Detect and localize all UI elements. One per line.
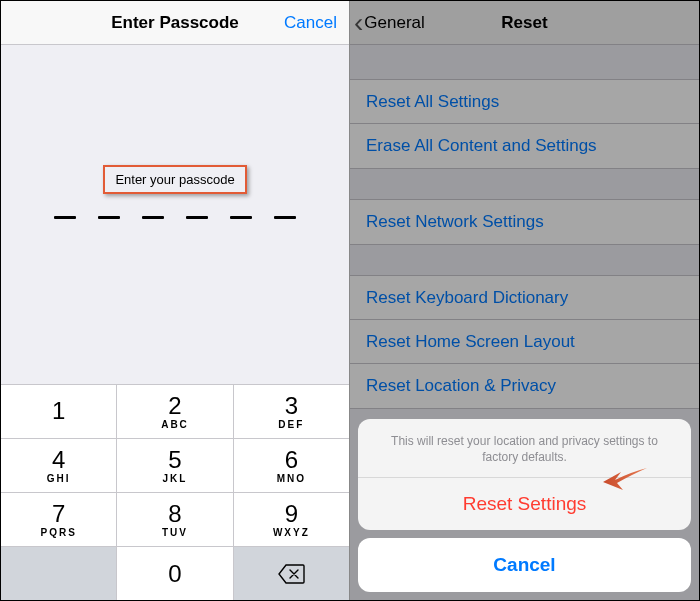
key-2[interactable]: 2ABC [117, 385, 233, 439]
number-keypad: 1 2ABC 3DEF 4GHI 5JKL 6MNO 7PQRS 8TUV 9W… [1, 384, 349, 600]
passcode-area: Enter your passcode [1, 45, 349, 433]
passcode-dash [142, 216, 164, 219]
key-1[interactable]: 1 [1, 385, 117, 439]
passcode-dash [274, 216, 296, 219]
key-0[interactable]: 0 [117, 547, 233, 601]
annotation-arrow-icon [601, 462, 649, 494]
nav-bar: Enter Passcode Cancel [1, 1, 349, 45]
key-backspace[interactable] [234, 547, 349, 601]
key-blank [1, 547, 117, 601]
key-8[interactable]: 8TUV [117, 493, 233, 547]
passcode-screen: Enter Passcode Cancel Enter your passcod… [1, 1, 350, 600]
passcode-dots [54, 216, 296, 219]
passcode-dash [186, 216, 208, 219]
action-sheet-cancel-button[interactable]: Cancel [358, 538, 691, 592]
key-3[interactable]: 3DEF [234, 385, 349, 439]
passcode-dash [98, 216, 120, 219]
passcode-dash [54, 216, 76, 219]
passcode-dash [230, 216, 252, 219]
cancel-button[interactable]: Cancel [284, 13, 337, 33]
backspace-icon [277, 563, 305, 585]
key-7[interactable]: 7PQRS [1, 493, 117, 547]
key-6[interactable]: 6MNO [234, 439, 349, 493]
reset-screen: ‹ General Reset Reset All Settings Erase… [350, 1, 699, 600]
nav-title: Enter Passcode [111, 13, 239, 33]
action-sheet: This will reset your location and privac… [350, 411, 699, 600]
key-5[interactable]: 5JKL [117, 439, 233, 493]
prompt-callout: Enter your passcode [103, 165, 246, 194]
key-4[interactable]: 4GHI [1, 439, 117, 493]
key-9[interactable]: 9WXYZ [234, 493, 349, 547]
